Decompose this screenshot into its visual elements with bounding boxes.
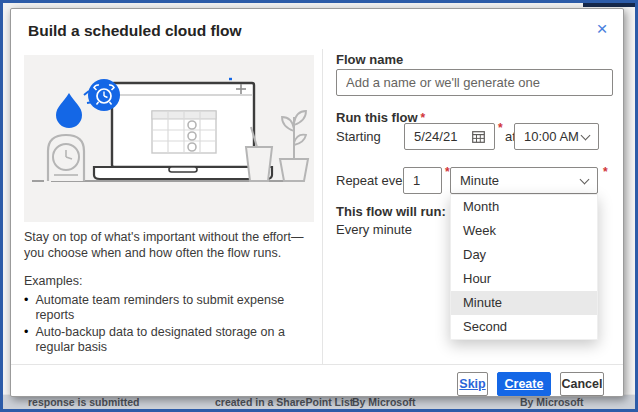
close-icon[interactable]: × — [591, 18, 613, 40]
start-time-dropdown[interactable]: 10:00 AM — [514, 123, 599, 150]
footer-divider — [11, 364, 623, 365]
column-divider — [322, 49, 323, 364]
start-time-value: 10:00 AM — [524, 129, 579, 144]
list-item: • Auto-backup data to designated storage… — [24, 325, 318, 355]
chevron-down-icon — [581, 130, 591, 140]
list-item: • Automate team reminders to submit expe… — [24, 293, 318, 323]
flow-name-label: Flow name — [336, 52, 403, 67]
frequency-options-callout: Month Week Day Hour Minute Second — [450, 194, 598, 340]
bullet-icon: • — [24, 293, 28, 323]
background-text: By Microsoft — [352, 396, 416, 408]
option-second[interactable]: Second — [451, 315, 597, 339]
illustration-graphic — [24, 55, 314, 222]
option-minute[interactable]: Minute — [451, 291, 597, 315]
scheduled-flow-illustration — [24, 55, 314, 222]
examples-heading: Examples: — [24, 273, 318, 289]
option-day[interactable]: Day — [451, 243, 597, 267]
example-text: Auto-backup data to designated storage o… — [35, 325, 318, 355]
screenshot-frame: response is submitted created in a Share… — [0, 0, 638, 412]
option-week[interactable]: Week — [451, 219, 597, 243]
calendar-icon[interactable] — [472, 130, 485, 143]
examples-list: • Automate team reminders to submit expe… — [24, 293, 318, 355]
repeat-every-label: Repeat every — [336, 173, 413, 188]
build-scheduled-flow-dialog: Build a scheduled cloud flow × — [10, 8, 624, 397]
flow-name-input[interactable] — [336, 69, 613, 96]
create-button[interactable]: Create — [497, 372, 551, 396]
bullet-icon: • — [24, 325, 28, 355]
start-date-input[interactable]: 5/24/21 — [404, 123, 495, 150]
start-date-value: 5/24/21 — [414, 129, 457, 144]
background-text: response is submitted — [28, 396, 139, 408]
chevron-down-icon — [580, 174, 590, 184]
required-asterisk: * — [445, 165, 450, 179]
background-text: By Microsoft — [520, 396, 584, 408]
option-hour[interactable]: Hour — [451, 267, 597, 291]
background-text: created in a SharePoint List — [215, 396, 353, 408]
cancel-button[interactable]: Cancel — [560, 372, 604, 396]
starting-label: Starting — [336, 129, 381, 144]
required-asterisk: * — [498, 121, 503, 135]
flow-will-run-summary: Every minute — [336, 222, 412, 237]
example-text: Automate team reminders to submit expens… — [35, 293, 318, 323]
frequency-value: Minute — [460, 173, 499, 188]
dialog-title: Build a scheduled cloud flow — [28, 22, 242, 40]
interval-value: 1 — [413, 173, 420, 188]
option-month[interactable]: Month — [451, 195, 597, 219]
description-text: Stay on top of what's important without … — [24, 229, 318, 261]
skip-button[interactable]: Skip — [457, 372, 488, 396]
dialog-description-block: Stay on top of what's important without … — [24, 229, 318, 355]
interval-input[interactable]: 1 — [403, 167, 442, 194]
frequency-dropdown[interactable]: Minute — [450, 167, 598, 194]
background-header-fragment — [583, 3, 635, 7]
required-asterisk: * — [603, 165, 608, 179]
flow-will-run-heading: This flow will run: — [336, 204, 446, 219]
